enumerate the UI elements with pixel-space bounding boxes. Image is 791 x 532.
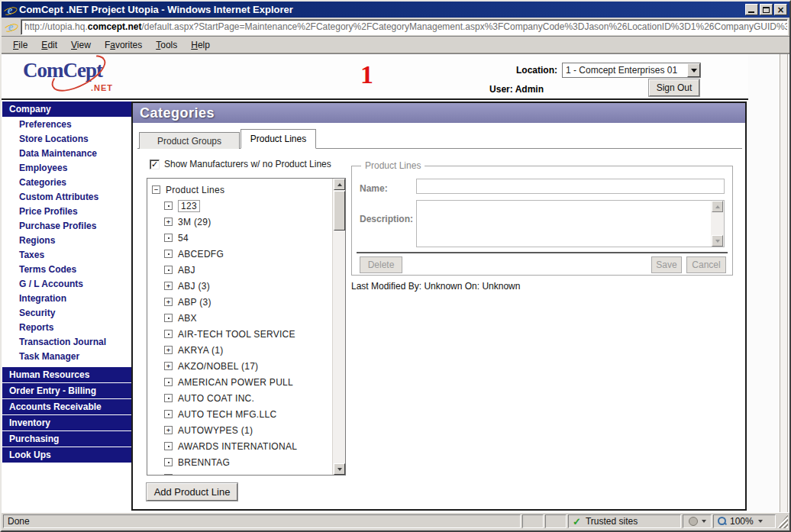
- expand-icon[interactable]: +: [164, 474, 173, 475]
- expand-icon[interactable]: +: [164, 298, 173, 306]
- leaf-node-icon[interactable]: [164, 314, 173, 322]
- close-button[interactable]: ×: [774, 4, 787, 15]
- scroll-down-button[interactable]: [334, 463, 345, 475]
- description-input[interactable]: [417, 201, 711, 247]
- tree-node-label[interactable]: 123: [178, 200, 200, 212]
- tree-node-label[interactable]: AWARDS INTERNATIONAL: [178, 441, 297, 452]
- tree-node-label[interactable]: ABX: [178, 313, 197, 324]
- tree-node-label[interactable]: AKZO/NOBEL (17): [178, 361, 258, 372]
- menu-favorites[interactable]: Favorites: [98, 37, 149, 53]
- menu-file[interactable]: File: [6, 37, 34, 53]
- sign-out-button[interactable]: Sign Out: [649, 79, 699, 96]
- sidebar-section-accounts-receivable[interactable]: Accounts Receivable: [2, 399, 131, 414]
- sidebar-item-custom-attributes[interactable]: Custom Attributes: [2, 190, 131, 205]
- leaf-node-icon[interactable]: [164, 410, 173, 418]
- sidebar-item-employees[interactable]: Employees: [2, 161, 131, 176]
- expand-icon[interactable]: +: [164, 362, 173, 370]
- maximize-button[interactable]: [760, 4, 773, 15]
- sidebar-section-look-ups[interactable]: Look Ups: [2, 447, 131, 463]
- sidebar-section-human-resources[interactable]: Human Resources: [2, 367, 131, 382]
- sidebar-item-g-l-accounts[interactable]: G / L Accounts: [2, 277, 131, 292]
- sidebar-section-inventory[interactable]: Inventory: [2, 415, 131, 430]
- leaf-node-icon[interactable]: [164, 378, 173, 386]
- tree-row[interactable]: 123: [147, 198, 332, 214]
- tree-node-label[interactable]: 54: [178, 233, 189, 243]
- tree-node-label[interactable]: ABP (3): [178, 297, 211, 308]
- page-scrollbar[interactable]: [780, 54, 788, 512]
- delete-button[interactable]: Delete: [360, 256, 402, 273]
- menu-view[interactable]: View: [64, 37, 98, 53]
- tree-node-label[interactable]: ABCEDFG: [178, 249, 224, 260]
- sidebar-item-store-locations[interactable]: Store Locations: [2, 132, 131, 147]
- leaf-node-icon[interactable]: [164, 458, 173, 466]
- sidebar-item-terms-codes[interactable]: Terms Codes: [2, 263, 131, 277]
- tree-node-label[interactable]: ABJ: [178, 265, 195, 276]
- cancel-button[interactable]: Cancel: [686, 256, 726, 273]
- tree-row[interactable]: ABX: [147, 310, 332, 326]
- tree-row[interactable]: AMERICAN POWER PULL: [147, 374, 332, 390]
- leaf-node-icon[interactable]: [164, 442, 173, 450]
- tree-row[interactable]: ABJ: [147, 262, 332, 278]
- tree-node-label[interactable]: AKRYA (1): [178, 345, 224, 356]
- name-input[interactable]: [416, 179, 725, 194]
- tree-node-label[interactable]: AMERICAN POWER PULL: [178, 377, 293, 388]
- scroll-up-button[interactable]: [334, 179, 345, 190]
- sidebar-section-purchasing[interactable]: Purchasing: [2, 431, 131, 447]
- tree-row[interactable]: +3M (29): [147, 214, 332, 230]
- tree-node-label[interactable]: 3M (29): [178, 217, 211, 227]
- tree-row-root[interactable]: −Product Lines: [147, 182, 332, 198]
- sidebar-item-taxes[interactable]: Taxes: [2, 248, 131, 263]
- leaf-node-icon[interactable]: [164, 330, 173, 338]
- minimize-button[interactable]: [745, 4, 758, 15]
- collapse-icon[interactable]: −: [152, 185, 160, 194]
- sidebar-item-categories[interactable]: Categories: [2, 176, 131, 190]
- sidebar-item-task-manager[interactable]: Task Manager: [2, 350, 131, 364]
- menu-tools[interactable]: Tools: [149, 37, 184, 53]
- resize-grip[interactable]: [777, 514, 788, 528]
- tree-node-label[interactable]: BRENNTAG: [178, 457, 230, 468]
- leaf-node-icon[interactable]: [164, 202, 173, 210]
- tree-row[interactable]: ABCEDFG: [147, 246, 332, 262]
- scrollbar-thumb[interactable]: [334, 191, 345, 231]
- tree-node-label[interactable]: AUTOWYPES (1): [178, 425, 253, 436]
- address-input[interactable]: http://utopia.hq.comcept.net/default.asp…: [21, 19, 788, 35]
- sidebar-item-regions[interactable]: Regions: [2, 234, 131, 248]
- zoom-control[interactable]: 100%: [713, 514, 776, 528]
- show-manufacturers-checkbox[interactable]: ✓: [150, 160, 160, 169]
- expand-icon[interactable]: +: [164, 282, 173, 290]
- sidebar-section-order-entry-billing[interactable]: Order Entry - Billing: [2, 383, 131, 398]
- leaf-node-icon[interactable]: [164, 266, 173, 274]
- protected-mode-pane[interactable]: [683, 514, 712, 528]
- tab-product-lines[interactable]: Product Lines: [241, 129, 316, 149]
- leaf-node-icon[interactable]: [164, 394, 173, 402]
- expand-icon[interactable]: +: [164, 346, 173, 354]
- tree-row[interactable]: +AUTOWYPES (1): [147, 422, 332, 438]
- tree-row[interactable]: +AKZO/NOBEL (17): [147, 358, 332, 374]
- tree-row[interactable]: 54: [147, 230, 332, 246]
- tree-row[interactable]: +AKRYA (1): [147, 342, 332, 358]
- description-scrollbar[interactable]: [711, 201, 724, 247]
- location-select[interactable]: 1 - Comcept Enterprises 01: [562, 63, 701, 78]
- location-dropdown-button[interactable]: [687, 63, 700, 77]
- save-button[interactable]: Save: [651, 256, 682, 273]
- tree-row[interactable]: AIR-TECH TOOL SERVICE: [147, 326, 332, 342]
- sidebar-item-purchase-profiles[interactable]: Purchase Profiles: [2, 219, 131, 234]
- tree-node-label[interactable]: Product Lines: [166, 185, 224, 195]
- menu-edit[interactable]: Edit: [34, 37, 64, 53]
- tree-row[interactable]: +ABP (3): [147, 294, 332, 310]
- tree-node-label[interactable]: AUTO COAT INC.: [178, 393, 254, 404]
- sidebar-section-company[interactable]: Company: [2, 102, 131, 117]
- tree-row-partial[interactable]: +: [147, 470, 332, 475]
- tree-row[interactable]: AWARDS INTERNATIONAL: [147, 438, 332, 454]
- tree-node-label[interactable]: AIR-TECH TOOL SERVICE: [178, 329, 295, 340]
- tree-row[interactable]: +ABJ (3): [147, 278, 332, 294]
- sidebar-item-preferences[interactable]: Preferences: [2, 118, 131, 132]
- menu-help[interactable]: Help: [184, 37, 217, 53]
- leaf-node-icon[interactable]: [164, 250, 173, 258]
- sidebar-item-integration[interactable]: Integration: [2, 292, 131, 306]
- expand-icon[interactable]: +: [164, 426, 173, 434]
- leaf-node-icon[interactable]: [164, 234, 173, 242]
- tree-node-label[interactable]: ABJ (3): [178, 281, 210, 292]
- tree-row[interactable]: AUTO COAT INC.: [147, 390, 332, 406]
- scroll-down-button[interactable]: [712, 235, 723, 247]
